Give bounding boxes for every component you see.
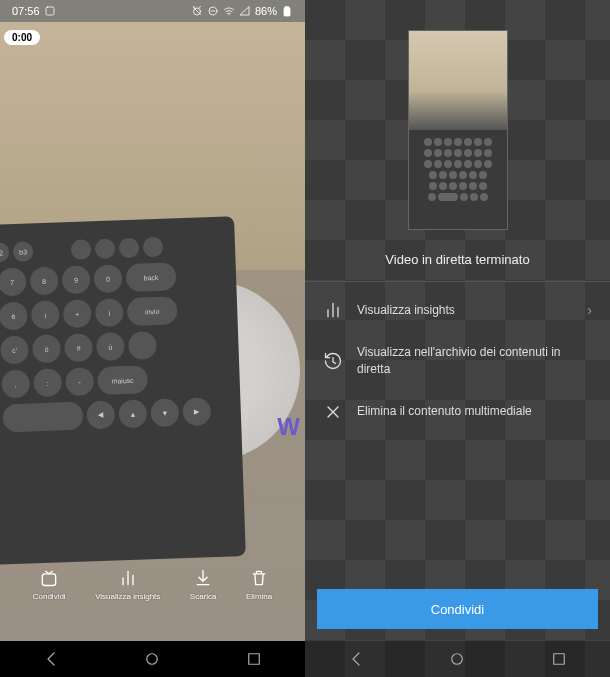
android-navbar-left	[0, 641, 305, 677]
signal-icon	[239, 5, 251, 17]
insights-action[interactable]: Visualizza insights	[95, 568, 160, 601]
close-icon	[323, 402, 343, 422]
delete-action[interactable]: Elimina	[246, 568, 272, 601]
bar-chart-icon	[118, 568, 138, 588]
home-button[interactable]	[143, 650, 161, 668]
live-video-preview: W b1b2b3 67890back yèi+ìinvio hc'ò#ù n,:…	[0, 22, 305, 641]
phone-left-screen: 07:56 86%	[0, 0, 305, 677]
back-button[interactable]	[42, 650, 60, 668]
svg-rect-7	[249, 654, 260, 665]
notification-icon	[44, 5, 56, 17]
recent-button[interactable]	[245, 650, 263, 668]
share-action[interactable]: Condividi	[33, 568, 66, 601]
svg-rect-3	[284, 8, 290, 17]
alarm-off-icon	[191, 5, 203, 17]
svg-point-6	[147, 654, 158, 665]
download-icon	[193, 568, 213, 588]
insights-option[interactable]: Visualizza insights ›	[317, 288, 598, 332]
back-button[interactable]	[347, 650, 365, 668]
phone-right-screen: Video in diretta terminato Visualizza in…	[305, 0, 610, 677]
history-icon	[323, 351, 343, 371]
recent-button[interactable]	[550, 650, 568, 668]
svg-rect-9	[554, 654, 565, 665]
svg-point-8	[452, 654, 463, 665]
trash-icon	[249, 568, 269, 588]
battery-text: 86%	[255, 5, 277, 17]
clock-text: 07:56	[12, 5, 40, 17]
live-end-actions: Condividi Visualizza insights Scarica El…	[0, 568, 305, 601]
wifi-icon	[223, 5, 235, 17]
igtv-icon	[39, 568, 59, 588]
recording-duration-badge: 0:00	[4, 30, 40, 45]
svg-rect-4	[286, 7, 289, 8]
android-navbar-right	[305, 641, 610, 677]
delete-option[interactable]: Elimina il contenuto multimediale	[317, 390, 598, 434]
download-action[interactable]: Scarica	[190, 568, 217, 601]
share-button[interactable]: Condividi	[317, 589, 598, 629]
chevron-right-icon: ›	[587, 302, 592, 318]
options-list: Visualizza insights › Visualizza nell'ar…	[317, 282, 598, 440]
video-thumbnail	[317, 30, 598, 230]
bar-chart-icon	[323, 300, 343, 320]
home-button[interactable]	[448, 650, 466, 668]
svg-rect-5	[43, 574, 56, 586]
dnd-icon	[207, 5, 219, 17]
live-ended-title: Video in diretta terminato	[317, 240, 598, 281]
battery-icon	[281, 5, 293, 17]
svg-rect-0	[46, 7, 54, 15]
archive-option[interactable]: Visualizza nell'archivio dei contenuti i…	[317, 332, 598, 390]
statusbar-left: 07:56 86%	[0, 0, 305, 22]
